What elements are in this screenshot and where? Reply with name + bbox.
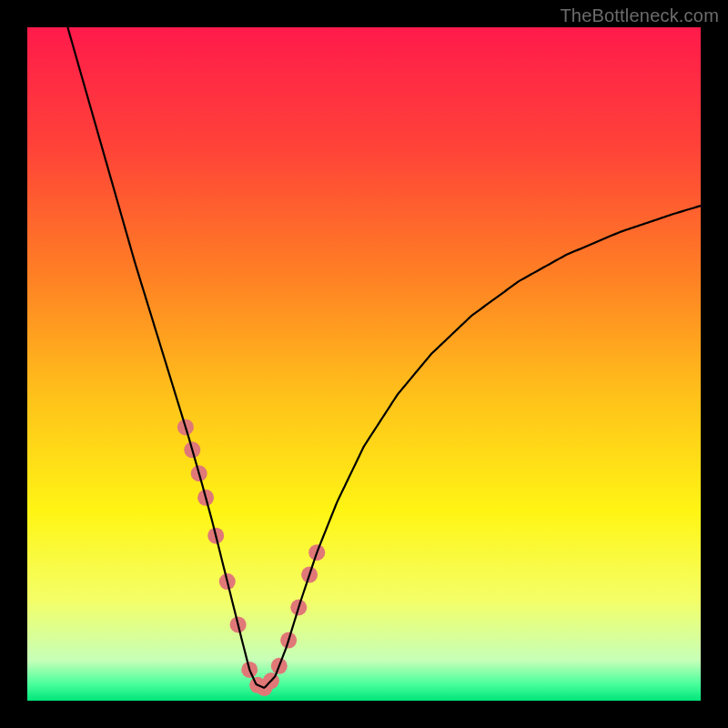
chart-frame: TheBottleneck.com <box>0 0 728 728</box>
watermark-label: TheBottleneck.com <box>560 5 719 26</box>
curve-layer <box>27 27 701 701</box>
confidence-markers <box>177 419 325 696</box>
plot-area <box>27 27 701 701</box>
bottleneck-curve <box>67 27 701 688</box>
